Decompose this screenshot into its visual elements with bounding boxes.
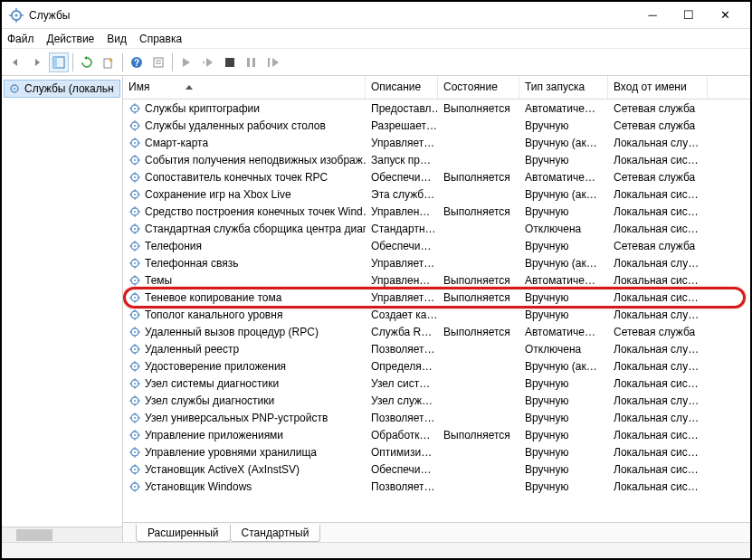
service-state: Выполняется bbox=[438, 326, 519, 338]
gear-icon bbox=[129, 480, 141, 493]
service-desc: Управляет… bbox=[366, 291, 438, 304]
table-row[interactable]: Средство построения конечных точек Wind…… bbox=[123, 203, 750, 220]
service-desc: Управлен… bbox=[366, 205, 438, 218]
table-row[interactable]: Теневое копирование томаУправляет…Выполн… bbox=[123, 289, 750, 306]
table-row[interactable]: Управление приложениямиОбработк…Выполняе… bbox=[123, 426, 750, 443]
titlebar: Службы ─ ☐ ✕ bbox=[2, 2, 750, 29]
start-service-button[interactable] bbox=[176, 52, 196, 72]
service-startup: Вручную (ак… bbox=[519, 137, 608, 149]
stop-service-button[interactable] bbox=[220, 52, 240, 72]
gear-icon bbox=[129, 463, 141, 476]
service-startup: Автоматиче… bbox=[519, 171, 608, 184]
menu-help[interactable]: Справка bbox=[139, 33, 182, 45]
export-button[interactable] bbox=[99, 52, 119, 72]
show-hide-tree-button[interactable] bbox=[49, 52, 69, 72]
table-row[interactable]: Узел системы диагностикиУзел сист…Вручну… bbox=[123, 375, 750, 392]
sidebar-root-services[interactable]: Службы (локальн bbox=[4, 80, 120, 98]
service-startup: Автоматиче… bbox=[519, 274, 608, 287]
service-name: Удаленный реестр bbox=[145, 343, 239, 356]
service-desc: Обработк… bbox=[366, 429, 438, 441]
service-desc: Определя… bbox=[366, 360, 438, 373]
service-logon: Локальная слу… bbox=[608, 394, 708, 407]
table-row[interactable]: Узел службы диагностикиУзел служ…Вручную… bbox=[123, 392, 750, 409]
tab-standard[interactable]: Стандартный bbox=[230, 525, 321, 542]
col-logon[interactable]: Вход от имени bbox=[608, 76, 708, 99]
service-desc: Позволяет… bbox=[366, 480, 438, 493]
resume-service-button[interactable] bbox=[263, 52, 283, 72]
table-row[interactable]: События получения неподвижных изображ…За… bbox=[123, 151, 750, 168]
service-desc: Разрешает… bbox=[366, 119, 438, 132]
close-button[interactable]: ✕ bbox=[707, 3, 743, 28]
service-name: Удостоверение приложения bbox=[145, 360, 286, 373]
service-desc: Запуск пр… bbox=[366, 154, 438, 166]
service-logon: Сетевая служба bbox=[608, 240, 708, 252]
service-logon: Сетевая служба bbox=[608, 102, 708, 115]
service-startup: Вручную bbox=[519, 429, 608, 441]
service-startup: Вручную bbox=[519, 412, 608, 424]
table-row[interactable]: Смарт-картаУправляет…Вручную (ак…Локальн… bbox=[123, 134, 750, 151]
table-row[interactable]: Удаленный реестрПозволяет…ОтключенаЛокал… bbox=[123, 340, 750, 357]
back-button[interactable] bbox=[5, 52, 25, 72]
service-state: Выполняется bbox=[438, 429, 519, 441]
help-button[interactable]: ? bbox=[127, 52, 147, 72]
menu-file[interactable]: Файл bbox=[7, 33, 34, 45]
service-name: Телефония bbox=[145, 240, 202, 252]
app-gear-icon bbox=[9, 8, 24, 23]
table-row[interactable]: Узел универсальных PNP-устройствПозволяе… bbox=[123, 409, 750, 426]
service-startup: Вручную bbox=[519, 377, 608, 390]
table-row[interactable]: Установщик ActiveX (AxInstSV)Обеспечи…Вр… bbox=[123, 460, 750, 478]
sidebar-hscrollbar[interactable] bbox=[2, 527, 123, 542]
svg-point-93 bbox=[134, 314, 136, 316]
table-row[interactable]: Тополог канального уровняСоздает ка…Вруч… bbox=[123, 306, 750, 323]
forward-button[interactable] bbox=[27, 52, 47, 72]
table-row[interactable]: Удостоверение приложенияОпределя…Вручную… bbox=[123, 357, 750, 375]
table-row[interactable]: Телефонная связьУправляет…Вручную (ак…Ло… bbox=[123, 254, 750, 271]
service-rows[interactable]: Службы криптографииПредоставл…Выполняетс… bbox=[123, 100, 750, 522]
table-row[interactable]: ТемыУправлен…ВыполняетсяАвтоматиче…Локал… bbox=[123, 271, 750, 289]
window-title: Службы bbox=[29, 9, 634, 22]
restart-service-button[interactable] bbox=[198, 52, 218, 72]
service-list-panel: Имя Описание Состояние Тип запуска Вход … bbox=[123, 76, 750, 542]
table-row[interactable]: Сохранение игр на Xbox LiveЭта служб…Вру… bbox=[123, 185, 750, 203]
col-startup[interactable]: Тип запуска bbox=[519, 76, 608, 99]
service-startup: Отключена bbox=[519, 343, 608, 356]
maximize-button[interactable]: ☐ bbox=[671, 3, 707, 28]
svg-point-39 bbox=[134, 159, 136, 161]
service-name: Тополог канального уровня bbox=[145, 308, 282, 321]
col-state[interactable]: Состояние bbox=[438, 76, 519, 99]
refresh-button[interactable] bbox=[77, 52, 97, 72]
svg-point-45 bbox=[134, 176, 136, 178]
svg-point-87 bbox=[134, 297, 136, 299]
table-row[interactable]: Стандартная служба сборщика центра диаг…… bbox=[123, 220, 750, 237]
svg-rect-14 bbox=[225, 58, 234, 67]
table-row[interactable]: Управление уровнями хранилищаОптимизи…Вр… bbox=[123, 443, 750, 460]
minimize-button[interactable]: ─ bbox=[634, 3, 671, 28]
svg-point-105 bbox=[134, 348, 136, 350]
service-startup: Отключена bbox=[519, 223, 608, 235]
svg-rect-11 bbox=[154, 58, 163, 67]
service-logon: Локальная сис… bbox=[608, 377, 708, 390]
table-row[interactable]: ТелефонияОбеспечи…ВручнуюСетевая служба bbox=[123, 237, 750, 254]
table-row[interactable]: Службы удаленных рабочих столовРазрешает… bbox=[123, 117, 750, 134]
table-row[interactable]: Удаленный вызов процедур (RPC)Служба R…В… bbox=[123, 323, 750, 340]
col-name[interactable]: Имя bbox=[123, 76, 366, 99]
service-logon: Локальная сис… bbox=[608, 205, 708, 218]
table-row[interactable]: Установщик WindowsПозволяет…ВручнуюЛокал… bbox=[123, 478, 750, 495]
service-logon: Локальная слу… bbox=[608, 257, 708, 270]
menu-view[interactable]: Вид bbox=[107, 33, 127, 45]
service-desc: Создает ка… bbox=[366, 308, 438, 321]
menu-action[interactable]: Действие bbox=[47, 33, 95, 45]
service-state: Выполняется bbox=[438, 205, 519, 218]
service-logon: Локальная сис… bbox=[608, 154, 708, 166]
table-row[interactable]: Службы криптографииПредоставл…Выполняетс… bbox=[123, 100, 750, 117]
col-desc[interactable]: Описание bbox=[366, 76, 438, 99]
svg-point-111 bbox=[134, 365, 136, 367]
tab-extended[interactable]: Расширенный bbox=[136, 525, 231, 542]
service-desc: Предоставл… bbox=[366, 102, 438, 115]
pause-service-button[interactable] bbox=[242, 52, 262, 72]
service-name: Средство построения конечных точек Wind… bbox=[145, 205, 366, 218]
properties-button[interactable] bbox=[148, 52, 168, 72]
svg-rect-15 bbox=[247, 58, 250, 67]
sort-ascending-icon bbox=[186, 85, 193, 90]
table-row[interactable]: Сопоставитель конечных точек RPCОбеспечи… bbox=[123, 168, 750, 185]
